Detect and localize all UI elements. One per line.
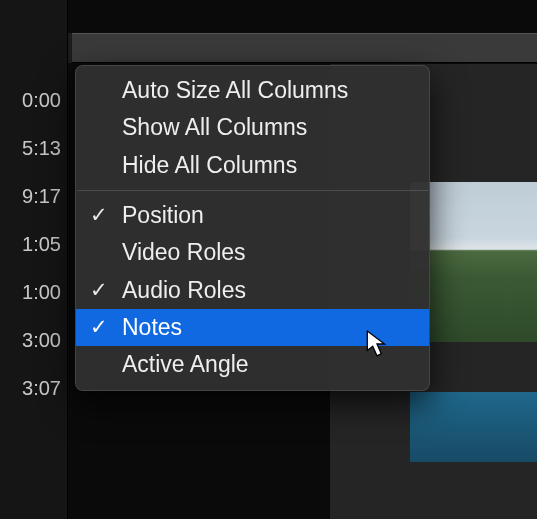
- column-context-menu: Auto Size All ColumnsShow All ColumnsHid…: [75, 65, 430, 391]
- menu-item-label: Notes: [122, 314, 182, 340]
- menu-command[interactable]: Hide All Columns: [76, 147, 429, 184]
- timecode-value: 9:17: [0, 176, 67, 224]
- menu-item-label: Audio Roles: [122, 277, 246, 303]
- menu-column-toggle[interactable]: ✓Audio Roles: [76, 272, 429, 309]
- checkmark-icon: ✓: [90, 312, 108, 342]
- column-header-strip[interactable]: [0, 33, 537, 63]
- menu-separator: [77, 190, 428, 191]
- timecode-value: 3:00: [0, 320, 67, 368]
- checkmark-icon: ✓: [90, 200, 108, 230]
- clip-audio-waveform[interactable]: [410, 392, 537, 462]
- checkmark-icon: ✓: [90, 275, 108, 305]
- menu-item-label: Video Roles: [122, 239, 246, 265]
- menu-column-toggle[interactable]: ✓Notes: [76, 309, 429, 346]
- menu-command[interactable]: Show All Columns: [76, 109, 429, 146]
- menu-column-toggle[interactable]: Video Roles: [76, 234, 429, 271]
- timecode-value: 1:00: [0, 272, 67, 320]
- timecode-column: 0:005:139:171:051:003:003:07: [0, 0, 68, 519]
- timecode-value: 0:00: [0, 80, 67, 128]
- menu-item-label: Active Angle: [122, 351, 249, 377]
- menu-command[interactable]: Auto Size All Columns: [76, 72, 429, 109]
- menu-column-toggle[interactable]: Active Angle: [76, 346, 429, 383]
- timecode-value: 5:13: [0, 128, 67, 176]
- timecode-value: 3:07: [0, 368, 67, 416]
- timecode-value: 1:05: [0, 224, 67, 272]
- menu-item-label: Position: [122, 202, 204, 228]
- menu-column-toggle[interactable]: ✓Position: [76, 197, 429, 234]
